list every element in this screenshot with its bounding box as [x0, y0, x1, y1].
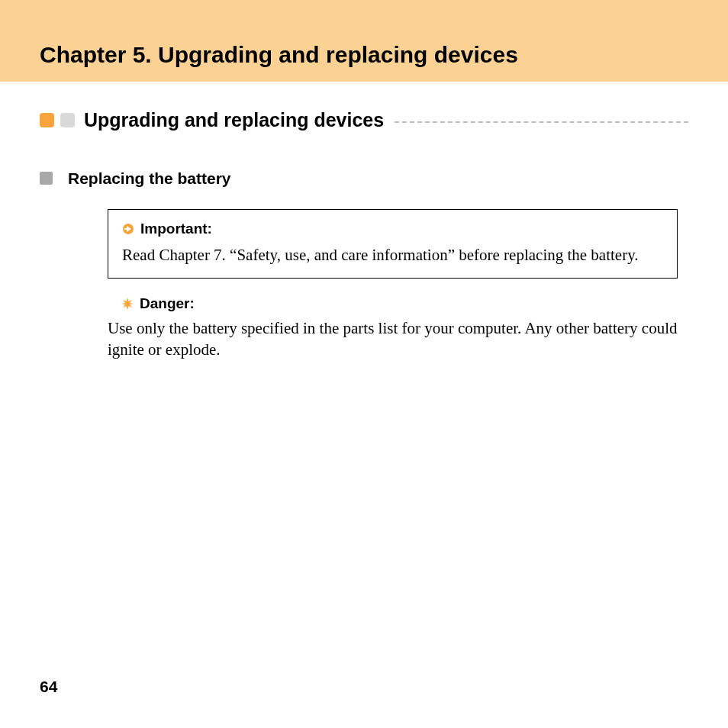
bullet-square-icon — [40, 172, 53, 185]
important-label: Important: — [140, 221, 212, 237]
chapter-title: Chapter 5. Upgrading and replacing devic… — [40, 42, 728, 68]
page-content: Upgrading and replacing devices Replacin… — [0, 109, 728, 360]
arrow-right-icon — [122, 223, 134, 235]
subsection-title: Replacing the battery — [68, 169, 231, 188]
chapter-header-band: Chapter 5. Upgrading and replacing devic… — [0, 0, 728, 82]
burst-icon — [121, 298, 134, 310]
section-heading-row: Upgrading and replacing devices — [40, 109, 688, 131]
danger-callout: Danger: Use only the battery specified i… — [108, 295, 678, 360]
important-header: Important: — [122, 221, 663, 237]
subsection-heading-row: Replacing the battery — [40, 169, 688, 188]
section-title: Upgrading and replacing devices — [84, 109, 384, 131]
danger-label: Danger: — [140, 295, 195, 312]
bullet-orange-icon — [40, 113, 54, 127]
danger-header: Danger: — [121, 295, 678, 312]
divider-dashed — [395, 121, 688, 123]
important-text: Read Chapter 7. “Safety, use, and care i… — [122, 245, 663, 266]
page-number: 64 — [40, 678, 57, 696]
danger-text: Use only the battery specified in the pa… — [108, 318, 678, 360]
bullet-gray-icon — [60, 113, 75, 127]
important-callout-box: Important: Read Chapter 7. “Safety, use,… — [108, 209, 678, 279]
